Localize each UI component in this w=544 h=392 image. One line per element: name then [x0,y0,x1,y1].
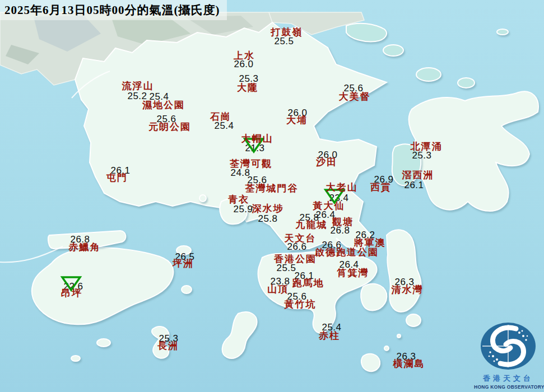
station-name: 元朗公園 [148,122,191,132]
station-name: 打鼓嶺 [271,27,303,37]
station-name: 黃竹坑 [285,300,317,309]
station-name: 上水 [234,51,255,60]
double-haven-island [383,45,403,56]
station-value: 26.1 [404,180,424,190]
station-value: 25.5 [274,36,294,46]
station-name: 筲箕灣 [337,268,369,278]
station-name: 香港公園 [274,254,317,264]
station-name: 大埔 [286,115,308,125]
mirs-bay-island-2 [458,78,475,88]
station-name: 濕地公園 [142,100,185,110]
waglan-islet-2 [397,334,401,338]
station-value: 25.8 [258,214,277,223]
station-name: 將軍澳 [354,238,386,248]
hei-ling-chau-island [182,286,192,293]
waglan-islet-1 [384,346,389,351]
station-name: 大隴 [237,83,258,92]
station-name: 啟德跑道公園 [315,248,379,257]
soko-island-2 [71,356,80,361]
station-name: 昂坪 [61,288,82,298]
station-name: 清水灣 [392,285,424,295]
hko-logo-chinese-name: 香港天文台 [474,374,542,384]
station-name: 大帽山 [241,134,273,143]
station-name: 大老山 [326,183,358,192]
station-name: 黃大仙 [313,201,345,211]
mirs-bay-island-1 [416,68,441,81]
station-name: 深水埗 [252,204,284,213]
station-name: 坪洲 [173,259,194,268]
station-name: 北潭涌 [411,142,443,151]
station-name: 沙田 [316,157,337,167]
map-title: 2025年6月13日05時00分的氣溫(攝氏度) [0,0,227,20]
station-value: 25.4 [214,121,234,130]
station-name: 西貢 [370,183,392,192]
station-name: 跑馬地 [292,278,324,288]
hko-logo: 香港天文台 HONG KONG OBSERVATORY [474,321,542,390]
station-name: 橫瀾島 [393,359,425,368]
station-value: 25.5 [276,263,296,273]
station-name: 流浮山 [122,81,154,91]
hko-logo-english-name: HONG KONG OBSERVATORY [474,384,542,390]
station-name: 九龍城 [296,220,328,230]
temperature-map-canvas: 2025年6月13日05時00分的氣溫(攝氏度) 25.5打鼓嶺26.0上水25… [0,0,544,392]
station-name: 長洲 [157,341,179,351]
hko-logo-symbol [479,321,537,371]
ma-wan-island [199,195,206,202]
hong-kong-map [0,0,544,392]
daguilar-peninsula [361,284,387,311]
station-name: 屯門 [106,173,128,183]
soko-island-1 [97,339,110,347]
station-name: 滘西洲 [402,170,434,180]
po-toi-island [361,354,380,371]
station-name: 赤鱲角 [69,242,101,252]
ping-chau-island [497,29,508,35]
station-name: 青衣 [228,195,249,204]
station-name: 荃灣可觀 [230,159,272,169]
station-name: 觀塘 [332,217,354,227]
station-name: 天文台 [285,234,317,243]
station-name: 大美督 [339,92,371,101]
station-name: 荃灣城門谷 [245,184,299,193]
station-name: 山頂 [267,284,289,294]
station-value: 25.3 [412,151,431,160]
tung-lung-island [406,314,421,326]
station-name: 赤柱 [319,331,340,340]
station-name: 石崗 [210,112,231,122]
station-value: 25.9 [233,204,253,214]
